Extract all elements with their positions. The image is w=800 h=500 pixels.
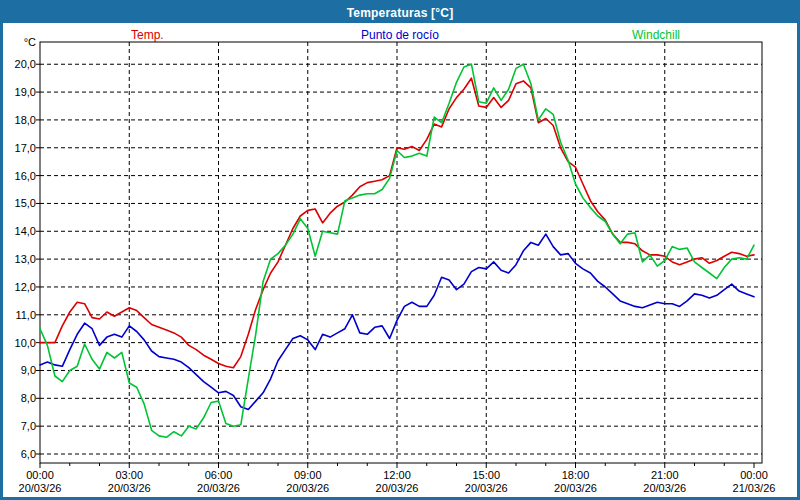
y-tick-label: 7,0 xyxy=(3,420,36,432)
y-tick-label: 18,0 xyxy=(3,114,36,126)
x-tick-date-label: 20/03/26 xyxy=(8,482,72,494)
y-tick-label: 10,0 xyxy=(3,337,36,349)
y-tick-label: 13,0 xyxy=(3,253,36,265)
y-tick-label: 20,0 xyxy=(3,58,36,70)
x-tick-time-label: 21:00 xyxy=(633,469,697,481)
plot-frame xyxy=(40,42,762,463)
x-tick-time-label: 03:00 xyxy=(97,469,161,481)
x-tick-date-label: 20/03/26 xyxy=(454,482,518,494)
y-tick-label: 9,0 xyxy=(3,364,36,376)
x-tick-time-label: 09:00 xyxy=(276,469,340,481)
x-tick-time-label: 06:00 xyxy=(187,469,251,481)
y-tick-label: 12,0 xyxy=(3,281,36,293)
x-tick-date-label: 20/03/26 xyxy=(365,482,429,494)
app-window: Temperaturas [°C] Temp. Punto de rocío W… xyxy=(0,0,800,500)
y-tick-label: 15,0 xyxy=(3,197,36,209)
y-tick-label: 19,0 xyxy=(3,86,36,98)
x-tick-date-label: 21/03/26 xyxy=(722,482,786,494)
y-tick-label: 14,0 xyxy=(3,225,36,237)
x-tick-date-label: 20/03/26 xyxy=(633,482,697,494)
y-tick-label: 8,0 xyxy=(3,392,36,404)
x-tick-date-label: 20/03/26 xyxy=(276,482,340,494)
y-tick-label: 17,0 xyxy=(3,142,36,154)
y-tick-label: 6,0 xyxy=(3,448,36,460)
chart-plot-area xyxy=(3,3,797,497)
x-tick-time-label: 00:00 xyxy=(8,469,72,481)
y-tick-label: 11,0 xyxy=(3,309,36,321)
x-tick-time-label: 18:00 xyxy=(544,469,608,481)
x-tick-date-label: 20/03/26 xyxy=(97,482,161,494)
x-tick-date-label: 20/03/26 xyxy=(544,482,608,494)
y-tick-label: 16,0 xyxy=(3,170,36,182)
x-tick-time-label: 15:00 xyxy=(454,469,518,481)
x-tick-time-label: 00:00 xyxy=(722,469,786,481)
x-tick-date-label: 20/03/26 xyxy=(187,482,251,494)
x-tick-time-label: 12:00 xyxy=(365,469,429,481)
